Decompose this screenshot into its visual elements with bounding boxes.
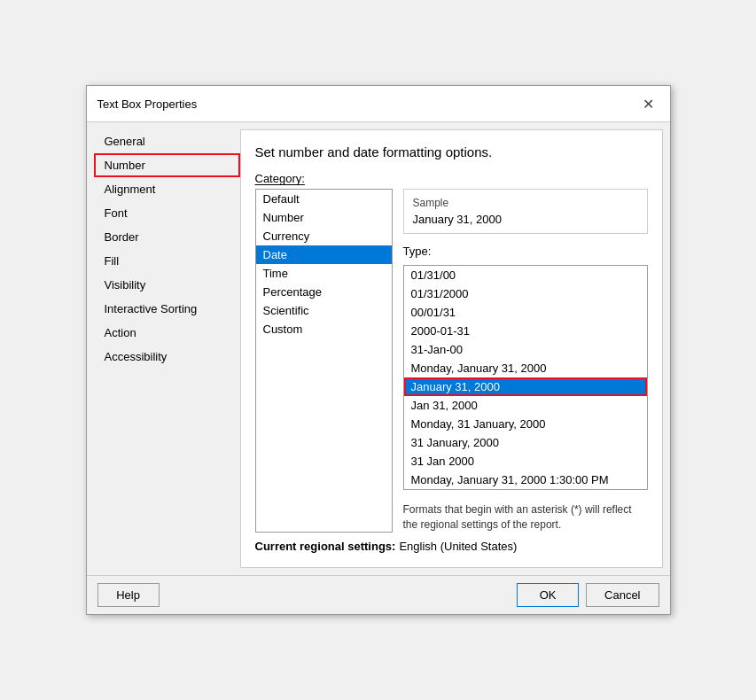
sidebar-item-fill[interactable]: Fill bbox=[94, 249, 240, 273]
type-31-jan-00[interactable]: 31-Jan-00 bbox=[404, 340, 647, 359]
type-2000-01-31[interactable]: 2000-01-31 bbox=[404, 322, 647, 340]
dialog-title: Text Box Properties bbox=[97, 97, 198, 111]
type-january-31-2000[interactable]: January 31, 2000 bbox=[404, 377, 647, 396]
ok-button[interactable]: OK bbox=[517, 583, 579, 607]
regional-label: Current regional settings: bbox=[255, 540, 396, 553]
text-box-properties-dialog: Text Box Properties ✕ General Number Ali… bbox=[86, 85, 671, 615]
close-button[interactable]: ✕ bbox=[638, 93, 659, 114]
type-monday-full-datetime[interactable]: Monday, January 31, 2000 1:30:00 PM bbox=[404, 471, 647, 489]
sidebar-item-visibility[interactable]: Visibility bbox=[94, 273, 240, 297]
type-monday-31-january[interactable]: Monday, 31 January, 2000 bbox=[404, 415, 647, 433]
category-list[interactable]: Default Number Currency Date Time Percen… bbox=[255, 189, 393, 533]
right-panel: Sample January 31, 2000 Type: 01/31/00 0… bbox=[403, 189, 648, 533]
type-jan-31-2000[interactable]: Jan 31, 2000 bbox=[404, 396, 647, 415]
sample-value: January 31, 2000 bbox=[413, 213, 638, 226]
category-scientific[interactable]: Scientific bbox=[256, 301, 392, 320]
type-31-january-2000[interactable]: 31 January, 2000 bbox=[404, 433, 647, 452]
sidebar-item-font[interactable]: Font bbox=[94, 201, 240, 225]
main-row: Default Number Currency Date Time Percen… bbox=[255, 189, 648, 533]
category-percentage[interactable]: Percentage bbox=[256, 283, 392, 301]
category-currency[interactable]: Currency bbox=[256, 227, 392, 245]
sidebar-item-action[interactable]: Action bbox=[94, 321, 240, 345]
type-list[interactable]: 01/31/00 01/31/2000 00/01/31 2000-01-31 … bbox=[403, 265, 648, 490]
footer-right: OK Cancel bbox=[517, 583, 659, 607]
regional-row: Current regional settings: English (Unit… bbox=[255, 540, 648, 553]
sidebar: General Number Alignment Font Border Fil… bbox=[94, 129, 240, 568]
category-number[interactable]: Number bbox=[256, 208, 392, 227]
type-01-31-00[interactable]: 01/31/00 bbox=[404, 266, 647, 284]
type-01-31-2000[interactable]: 01/31/2000 bbox=[404, 284, 647, 303]
sidebar-item-border[interactable]: Border bbox=[94, 225, 240, 249]
sidebar-item-alignment[interactable]: Alignment bbox=[94, 177, 240, 201]
sidebar-item-accessibility[interactable]: Accessibility bbox=[94, 345, 240, 369]
dialog-body: General Number Alignment Font Border Fil… bbox=[87, 122, 670, 575]
cancel-button[interactable]: Cancel bbox=[586, 583, 659, 607]
sidebar-item-number[interactable]: Number bbox=[94, 153, 240, 177]
type-monday-jan-31[interactable]: Monday, January 31, 2000 bbox=[404, 359, 647, 377]
sidebar-item-general[interactable]: General bbox=[94, 129, 240, 153]
content-area: Set number and date formatting options. … bbox=[240, 129, 663, 568]
category-label: Category: bbox=[255, 172, 648, 185]
footer: Help OK Cancel bbox=[87, 575, 670, 614]
category-date[interactable]: Date bbox=[256, 245, 392, 264]
category-custom[interactable]: Custom bbox=[256, 320, 392, 338]
category-time[interactable]: Time bbox=[256, 264, 392, 283]
sample-box: Sample January 31, 2000 bbox=[403, 189, 648, 234]
help-button[interactable]: Help bbox=[97, 583, 160, 607]
content-title: Set number and date formatting options. bbox=[255, 144, 648, 159]
sidebar-item-interactive-sorting[interactable]: Interactive Sorting bbox=[94, 297, 240, 321]
format-note: Formats that begin with an asterisk (*) … bbox=[403, 502, 648, 533]
type-31-jan-2000[interactable]: 31 Jan 2000 bbox=[404, 452, 647, 471]
sample-label: Sample bbox=[413, 197, 638, 209]
title-bar: Text Box Properties ✕ bbox=[87, 86, 670, 122]
type-00-01-31[interactable]: 00/01/31 bbox=[404, 303, 647, 322]
regional-value: English (United States) bbox=[399, 540, 517, 553]
type-label: Type: bbox=[403, 245, 648, 258]
category-default[interactable]: Default bbox=[256, 190, 392, 208]
